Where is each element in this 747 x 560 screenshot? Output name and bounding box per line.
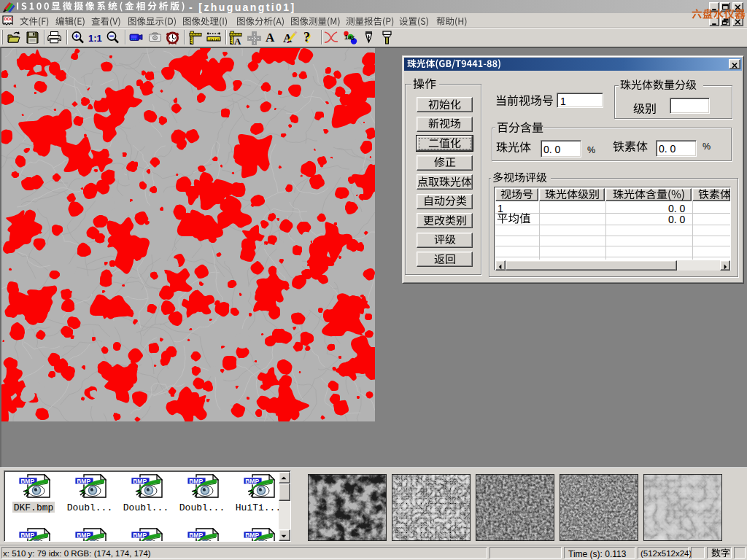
svg-text:DOC: DOC — [4, 17, 14, 21]
svg-text:BMP: BMP — [245, 478, 259, 485]
svg-text:BMP: BMP — [77, 478, 90, 485]
svg-text:BMP: BMP — [20, 532, 34, 539]
svg-text:BMP: BMP — [189, 532, 203, 539]
svg-text:BMP: BMP — [133, 532, 147, 539]
svg-text:BMP: BMP — [133, 478, 147, 485]
svg-text:BMP: BMP — [20, 478, 34, 485]
svg-text:BMP: BMP — [245, 532, 259, 539]
svg-text:3: 3 — [351, 34, 355, 42]
svg-text:A: A — [234, 36, 241, 47]
svg-text:BMP: BMP — [189, 478, 203, 485]
svg-text:BMP: BMP — [77, 532, 90, 539]
